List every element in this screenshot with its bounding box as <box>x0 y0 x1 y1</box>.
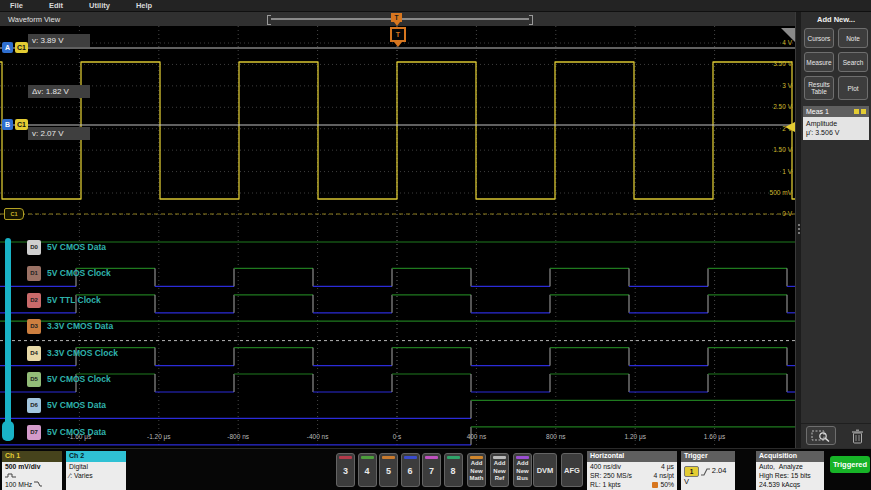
results-panel: Add New... CursorsNoteMeasureSearchResul… <box>801 12 871 448</box>
digital-channel-badge-d7[interactable]: D7 <box>27 425 41 440</box>
horizontal-badge[interactable]: Horizontal 400 ns/div4 μsSR: 250 MS/s4 n… <box>587 451 677 490</box>
scale-label: 1 V <box>782 168 792 175</box>
settings-bar: Ch 1 500 mV/div 100 MHz Ch 2 Digital ∕: … <box>0 448 871 490</box>
cursor-b-badge[interactable]: B <box>2 119 13 130</box>
digital-channel-label-d7[interactable]: 5V CMOS Data <box>47 427 106 437</box>
digital-channel-label-d0[interactable]: 5V CMOS Data <box>47 242 106 252</box>
horizontal-settings: 400 ns/div4 μsSR: 250 MS/s4 ns/ptRL: 1 k… <box>587 462 677 490</box>
digital-channel-badge-d5[interactable]: D5 <box>27 372 41 387</box>
add-new-ref-button[interactable]: AddNewRef <box>490 453 509 487</box>
digital-channel-badge-d6[interactable]: D6 <box>27 398 41 413</box>
horizontal-value: 50% <box>652 481 674 490</box>
zoom-mode-button[interactable] <box>806 426 836 445</box>
measure-button[interactable]: Measure <box>804 52 834 72</box>
search-button[interactable]: Search <box>838 52 868 72</box>
meas1-indicator-icon <box>861 109 866 114</box>
channel-button-4[interactable]: 4 <box>358 453 377 487</box>
ch2-badge[interactable]: Ch 2 Digital ∕: Varies <box>66 451 126 490</box>
view-title: Waveform View <box>8 15 60 24</box>
add-new-math-button[interactable]: AddNewMath <box>467 453 486 487</box>
digital-group-grip[interactable] <box>2 421 14 441</box>
channel-button-3[interactable]: 3 <box>336 453 355 487</box>
corner-resize-icon <box>781 28 795 42</box>
channel-button-6[interactable]: 6 <box>401 453 420 487</box>
ch2-threshold: ∕: Varies <box>69 472 123 481</box>
acq-mode: Auto, Analyze <box>759 463 821 472</box>
meas1-body: Amplitude μ': 3.506 V <box>803 117 869 140</box>
note-button[interactable]: Note <box>838 28 868 48</box>
ch1-scale: 500 mV/div <box>5 463 59 472</box>
meas1-indicator-icon <box>854 109 859 114</box>
menu-edit[interactable]: Edit <box>49 1 63 10</box>
trash-icon <box>851 429 864 444</box>
ch1-analog-trace[interactable] <box>0 62 795 199</box>
digital-channel-badge-d4[interactable]: D4 <box>27 346 41 361</box>
ch1-bandwidth-icon <box>34 481 42 487</box>
menu-help[interactable]: Help <box>136 1 152 10</box>
trigger-badge[interactable]: Trigger 1 2.04 V <box>681 451 735 490</box>
time-axis-label: -800 ns <box>227 433 249 440</box>
digital-channel-label-d3[interactable]: 3.3V CMOS Data <box>47 321 113 331</box>
add-button-label: AddNewRef <box>491 460 508 483</box>
ch1-bandwidth: 100 MHz <box>5 481 32 488</box>
time-axis-label: 400 ns <box>467 433 487 440</box>
delete-button[interactable] <box>849 428 865 445</box>
menu-file[interactable]: File <box>10 1 23 10</box>
panel-footer <box>801 423 871 448</box>
digital-channel-label-d2[interactable]: 5V TTL Clock <box>47 295 101 305</box>
digital-channel-badge-d2[interactable]: D2 <box>27 293 41 308</box>
trigger-position-marker[interactable]: T <box>391 13 402 22</box>
cursor-b-source-badge[interactable]: C1 <box>15 119 28 130</box>
horizontal-value: RL: 1 kpts <box>590 481 621 490</box>
channel-button-5[interactable]: 5 <box>379 453 398 487</box>
scale-label: 3.50 V <box>773 60 792 67</box>
horizontal-value: 4 ns/pt <box>654 472 674 481</box>
trigger-level-arrow[interactable] <box>785 122 795 132</box>
digital-channel-label-d1[interactable]: 5V CMOS Clock <box>47 268 111 278</box>
cursor-delta-readout: Δv: 1.82 V <box>28 85 90 98</box>
digital-channel-badge-d1[interactable]: D1 <box>27 266 41 281</box>
digital-group-handle[interactable] <box>5 238 11 441</box>
afg-button[interactable]: AFG <box>561 453 583 487</box>
add-button-label: AddNewBus <box>514 460 531 483</box>
time-axis-label: -400 ns <box>307 433 329 440</box>
time-axis-label: 800 ns <box>546 433 566 440</box>
channel-number: 7 <box>423 466 440 476</box>
digital-channel-badge-d0[interactable]: D0 <box>27 240 41 255</box>
cursor-b-readout: v: 2.07 V <box>28 127 90 140</box>
time-axis-label: 1.20 μs <box>624 433 645 440</box>
measurement-badge-meas1[interactable]: Meas 1 Amplitude μ': 3.506 V <box>803 106 869 140</box>
acquisition-badge[interactable]: Acquisition Auto, Analyze High Res: 15 b… <box>756 451 824 490</box>
horizontal-row: 400 ns/div4 μs <box>590 463 674 472</box>
menu-bar: FileEditUtilityHelp <box>0 0 871 12</box>
ch1-ground-marker[interactable]: C1 <box>4 208 24 220</box>
digital-channel-badge-d3[interactable]: D3 <box>27 319 41 334</box>
trigger-flag-tail <box>394 42 402 47</box>
ch2-mode: Digital <box>69 463 123 472</box>
meas1-name: Amplitude <box>806 119 866 128</box>
trigger-flag[interactable]: T <box>390 27 406 42</box>
channel-color-strip <box>404 456 417 459</box>
channel-button-7[interactable]: 7 <box>422 453 441 487</box>
digital-channel-label-d6[interactable]: 5V CMOS Data <box>47 400 106 410</box>
menu-utility[interactable]: Utility <box>89 1 110 10</box>
meas1-value: μ': 3.506 V <box>806 128 866 137</box>
scale-label: 3 V <box>782 82 792 89</box>
dvm-button[interactable]: DVM <box>533 453 557 487</box>
plot-button[interactable]: Plot <box>838 76 868 100</box>
cursor-a-source-badge[interactable]: C1 <box>15 42 28 53</box>
analog-graticule <box>0 26 795 232</box>
zoom-box-magnifier-icon <box>811 429 831 442</box>
ch1-badge[interactable]: Ch 1 500 mV/div 100 MHz <box>2 451 62 490</box>
channel-button-8[interactable]: 8 <box>444 453 463 487</box>
digital-channel-label-d4[interactable]: 3.3V CMOS Clock <box>47 348 118 358</box>
divider-grip-icon <box>798 224 800 226</box>
cursor-a-badge[interactable]: A <box>2 42 13 53</box>
record-view-left-bracket <box>267 15 271 25</box>
digital-channel-label-d5[interactable]: 5V CMOS Clock <box>47 374 111 384</box>
results-table-button[interactable]: Results Table <box>804 76 834 100</box>
channel-color-strip <box>382 456 395 459</box>
channel-color-strip <box>425 456 438 459</box>
cursors-button[interactable]: Cursors <box>804 28 834 48</box>
add-new-bus-button[interactable]: AddNewBus <box>513 453 532 487</box>
